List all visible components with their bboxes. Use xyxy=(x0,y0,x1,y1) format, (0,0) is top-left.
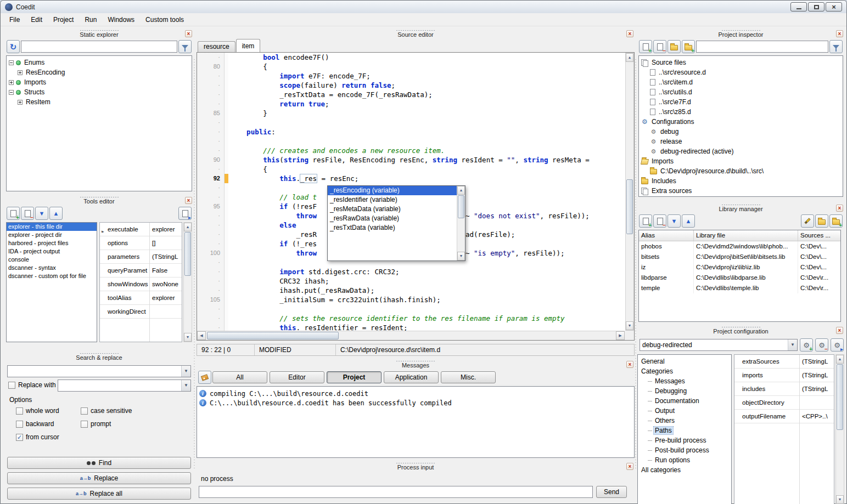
code-line[interactable]: · { xyxy=(197,165,625,174)
menu-item-file[interactable]: File xyxy=(4,14,25,25)
panel-close-icon[interactable]: × xyxy=(836,30,843,37)
message-row[interactable]: iC:\...\build\resource.d.coedit has been… xyxy=(197,398,634,407)
process-input-header[interactable]: Process input × xyxy=(197,462,635,472)
minimize-button[interactable] xyxy=(790,2,807,12)
scroll-up-icon[interactable]: ▲ xyxy=(836,355,844,364)
tool-item[interactable]: dscanner - syntax xyxy=(7,264,97,272)
collapse-icon[interactable] xyxy=(9,90,14,95)
category-item[interactable]: Output xyxy=(638,406,731,416)
configuration-scrollbar[interactable]: ▲ ▼ xyxy=(835,354,844,504)
panel-close-icon[interactable]: × xyxy=(626,361,633,368)
config-property-row[interactable]: outputFilename<CPP>..\ xyxy=(734,410,834,423)
filter-button[interactable] xyxy=(829,40,843,53)
execute-tool-button[interactable]: ▸ xyxy=(178,207,192,220)
title-bar[interactable]: Coedit × xyxy=(1,1,846,13)
edit-library-button[interactable] xyxy=(801,214,814,228)
scroll-down-icon[interactable]: ▼ xyxy=(626,321,633,330)
category-item[interactable]: Run options xyxy=(638,455,731,465)
column-header[interactable]: Library file xyxy=(694,230,798,241)
add-tool-button[interactable]: + xyxy=(7,207,20,220)
column-header[interactable]: Alias xyxy=(639,230,694,241)
replace-term-combobox[interactable]: ▼ xyxy=(58,380,191,392)
add-folder-button[interactable] xyxy=(667,40,681,53)
tool-property-value[interactable]: swoNone xyxy=(149,281,182,287)
maximize-button[interactable] xyxy=(808,2,824,12)
tool-property-row[interactable]: options[] xyxy=(100,236,182,250)
code-line[interactable]: 90 this(string resFile, ResEncoding resE… xyxy=(197,155,625,165)
category-item[interactable]: All categories xyxy=(638,465,731,475)
tool-property-row[interactable]: workingDirect xyxy=(100,305,182,319)
right-splitter[interactable] xyxy=(635,59,636,471)
remove-source-button[interactable]: − xyxy=(653,40,666,53)
code-line[interactable]: 105 _initialSum = crc322uint(ihash.finis… xyxy=(197,295,625,304)
code-line[interactable]: · xyxy=(197,137,625,146)
code-line[interactable]: · import e7F: encode_7F; xyxy=(197,71,625,81)
move-tool-down-button[interactable]: ▼ xyxy=(35,207,48,220)
inspector-filter-input[interactable] xyxy=(696,41,828,53)
category-item[interactable]: Debugging xyxy=(638,386,731,396)
tab-resource[interactable]: resource xyxy=(198,41,235,52)
scroll-up-icon[interactable]: ▲ xyxy=(626,53,633,62)
project-item[interactable]: Imports xyxy=(639,156,843,166)
scrollbar-thumb[interactable] xyxy=(837,364,843,430)
project-item[interactable]: ..\src\utils.d xyxy=(639,87,843,97)
replace-with-checkbox[interactable]: Replace with xyxy=(8,381,56,389)
tools-grid-scrollbar[interactable]: ▲ ▼ xyxy=(183,222,192,342)
library-row[interactable]: phobosC:\Dev\dmd2\windows\lib\phob...C:\… xyxy=(639,241,840,252)
replace-button[interactable]: a→b Replace xyxy=(7,472,191,484)
tool-item[interactable]: explorer - this file dir xyxy=(7,223,97,231)
move-library-down-button[interactable]: ▼ xyxy=(667,214,681,228)
column-header[interactable]: Sources ... xyxy=(798,230,840,241)
tool-item[interactable]: explorer - project dir xyxy=(7,231,97,239)
panel-close-icon[interactable]: × xyxy=(185,30,192,37)
project-item[interactable]: Extra sources xyxy=(639,186,843,196)
tool-property-row[interactable]: executableexplorer xyxy=(100,223,182,236)
popup-scrollbar[interactable]: ▲ ▼ xyxy=(457,186,465,261)
chevron-down-icon[interactable]: ▼ xyxy=(181,366,190,377)
scroll-down-icon[interactable]: ▼ xyxy=(836,495,844,504)
find-button[interactable]: Find xyxy=(7,457,191,469)
config-property-row[interactable]: objectDirectory xyxy=(734,396,834,410)
filter-editor[interactable]: Editor xyxy=(270,371,324,383)
checkbox-backward[interactable]: backward xyxy=(16,420,81,428)
remove-tool-button[interactable]: − xyxy=(21,207,34,220)
symbol-item[interactable]: ResItem xyxy=(7,97,192,107)
category-item[interactable]: Paths xyxy=(638,426,731,435)
filter-misc[interactable]: Misc. xyxy=(441,371,496,383)
project-item[interactable]: Includes xyxy=(639,176,843,186)
completion-item[interactable]: _resMetaData (variable) xyxy=(328,205,457,214)
message-row[interactable]: icompiling C:\...\build\resource.d.coedi… xyxy=(197,389,634,398)
source-editor-header[interactable]: Source editor × xyxy=(197,29,635,39)
panel-close-icon[interactable]: × xyxy=(185,197,192,204)
expand-icon[interactable] xyxy=(18,100,23,105)
tool-property-value[interactable]: explorer xyxy=(149,226,182,233)
code-line[interactable]: · xyxy=(197,304,625,314)
tools-editor-header[interactable]: Tools editor × xyxy=(5,196,193,206)
configuration-selector[interactable]: debug-redirected ▼ xyxy=(640,339,798,351)
scroll-down-icon[interactable]: ▼ xyxy=(184,333,192,342)
scrollbar-thumb[interactable] xyxy=(184,232,191,276)
panel-close-icon[interactable]: × xyxy=(626,30,633,37)
code-line[interactable]: · ihash.put(_resRawData); xyxy=(197,286,625,295)
scroll-right-icon[interactable]: ▶ xyxy=(616,331,625,340)
scrollbar-thumb[interactable] xyxy=(458,195,464,218)
project-item[interactable]: C:\Dev\dproj\resource.d\build\..\src\ xyxy=(639,166,843,176)
project-item[interactable]: ..\src\resource.d xyxy=(639,67,843,77)
refresh-button[interactable]: ↻ xyxy=(7,40,20,53)
add-library-button[interactable]: + xyxy=(639,214,652,228)
remove-library-button[interactable]: − xyxy=(653,214,666,228)
completion-item[interactable]: _resTxtData (variable) xyxy=(328,223,457,233)
add-library-folder-button[interactable]: + xyxy=(829,214,843,228)
code-line[interactable]: · bool encodee7F() xyxy=(197,53,625,62)
config-property-value[interactable]: (TStringL xyxy=(799,358,834,365)
project-item[interactable]: ..\src\e7F.d xyxy=(639,97,843,107)
completion-item[interactable]: _resIdentifier (variable) xyxy=(328,195,457,205)
chevron-down-icon[interactable]: ▼ xyxy=(181,380,190,391)
project-inspector-header[interactable]: Project inspector × xyxy=(637,29,844,39)
category-item[interactable]: General xyxy=(638,356,731,366)
menu-item-custom-tools[interactable]: Custom tools xyxy=(140,14,189,25)
project-item[interactable]: ..\src\item.d xyxy=(639,77,843,87)
process-input-field[interactable] xyxy=(199,486,593,498)
project-item[interactable]: Source files xyxy=(639,58,843,67)
project-item[interactable]: ⚙Configurations xyxy=(639,117,843,127)
